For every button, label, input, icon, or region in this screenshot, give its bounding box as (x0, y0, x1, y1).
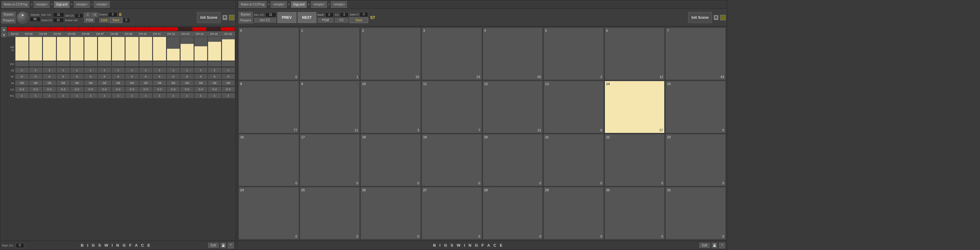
data-cell[interactable]: 1 (222, 93, 235, 99)
data-cell[interactable] (43, 61, 56, 67)
preset-cell[interactable]: 911 (300, 81, 360, 133)
right-floppy-icon[interactable]: 💾 (712, 243, 717, 248)
data-cell[interactable]: 1 (43, 67, 56, 73)
data-cell[interactable]: 0 (98, 74, 111, 79)
right-cc-input[interactable] (340, 13, 348, 17)
data-cell[interactable]: 1 (222, 67, 235, 73)
data-cell[interactable]: G8 (167, 80, 180, 86)
preset-cell[interactable]: 210 (544, 134, 604, 186)
data-cell[interactable]: C-2 (70, 86, 84, 92)
data-cell[interactable]: G8 (111, 80, 125, 86)
data-cell[interactable]: G8 (153, 80, 166, 86)
data-cell[interactable]: 1 (111, 67, 125, 73)
data-cell[interactable] (194, 61, 208, 67)
preset-cell[interactable]: 260 (361, 187, 421, 239)
ch-header[interactable]: CH 13 (178, 32, 192, 36)
ch-header[interactable]: CH 04 (50, 32, 64, 36)
ch-header[interactable]: CH 05 (64, 32, 78, 36)
save-num-input[interactable] (360, 12, 368, 17)
data-cell[interactable]: 1 (111, 93, 125, 99)
data-cell[interactable]: 0 (208, 74, 221, 79)
data-cell[interactable]: C-2 (98, 86, 111, 92)
left-asterisk-btn[interactable]: * (228, 242, 234, 248)
data-cell[interactable]: 0 (180, 74, 194, 79)
left-floppy-icon[interactable]: 💾 (221, 243, 226, 248)
data-cell[interactable]: 1 (98, 93, 111, 99)
preset-cell[interactable]: 11 (300, 27, 360, 80)
preset-cell[interactable]: 233 (361, 27, 421, 80)
data-cell[interactable]: C-2 (84, 86, 98, 92)
preset-cell[interactable]: 612 (605, 27, 665, 80)
data-cell[interactable]: 0 (29, 74, 43, 79)
data-cell[interactable]: 1 (15, 93, 29, 99)
ch-header[interactable]: CH 01 (8, 32, 21, 36)
preset-cell[interactable]: 300 (605, 187, 665, 239)
data-cell[interactable]: 1 (43, 93, 56, 99)
right-nav-item-4[interactable]: <empty> (311, 1, 327, 8)
data-cell[interactable]: C-2 (139, 86, 153, 92)
right-bypass-button[interactable]: Bypass (239, 12, 253, 17)
ch-header[interactable]: CH 09 (122, 32, 135, 36)
data-cell[interactable]: G8 (84, 80, 98, 86)
preset-cell[interactable]: 52 (544, 27, 604, 80)
preset-cell[interactable]: 103 (361, 81, 421, 133)
ch-header[interactable]: CH 12 (164, 32, 178, 36)
data-cell[interactable]: 1 (15, 67, 29, 73)
data-cell[interactable]: G8 (208, 80, 221, 86)
preset-button[interactable]: Preset ▾ (2, 18, 16, 23)
data-cell[interactable]: 1 (125, 93, 139, 99)
data-cell[interactable]: 1 (153, 93, 166, 99)
preset-cell[interactable]: 280 (483, 187, 543, 239)
data-cell[interactable] (139, 61, 153, 67)
data-cell[interactable]: 1 (84, 93, 98, 99)
data-cell[interactable]: 0 (70, 74, 84, 79)
preset-cell[interactable]: 270 (422, 187, 482, 239)
right-nav-item-2[interactable]: <empty> (271, 1, 287, 8)
preset-cell[interactable]: 310 (665, 187, 725, 239)
preset-cell[interactable]: 323 (422, 27, 482, 80)
ch-header[interactable]: CH 10 (136, 32, 150, 36)
right-nav-item-3[interactable]: GigLand (291, 1, 307, 8)
next-btn[interactable]: NEXT (298, 12, 317, 23)
data-cell[interactable]: 0 (84, 74, 98, 79)
preset-cell[interactable]: 743 (665, 27, 725, 80)
data-cell[interactable]: 0 (43, 74, 56, 79)
data-cell[interactable] (29, 61, 43, 67)
data-cell[interactable]: 1 (208, 93, 221, 99)
data-cell[interactable] (84, 61, 98, 67)
right-incr-cc-btn[interactable]: Incr CC (254, 18, 276, 23)
preset-cell[interactable]: 465 (483, 27, 543, 80)
data-cell[interactable]: G8 (43, 80, 56, 86)
data-cell[interactable]: G8 (222, 80, 235, 86)
data-cell[interactable]: C-2 (167, 86, 180, 92)
data-cell[interactable]: G8 (70, 80, 84, 86)
save-val-input[interactable] (123, 18, 130, 23)
data-cell[interactable]: C-2 (125, 86, 139, 92)
data-cell[interactable] (57, 61, 70, 67)
ch-header[interactable]: CH 07 (93, 32, 107, 36)
scroll-down-btn[interactable]: ▼ (1, 32, 6, 37)
preset-cell[interactable]: 1457 (605, 81, 665, 133)
preset-cell[interactable]: 1221 (483, 81, 543, 133)
data-cell[interactable]: 0 (57, 74, 70, 79)
data-cell[interactable]: G8 (57, 80, 70, 86)
preset-cell[interactable]: 250 (300, 187, 360, 239)
data-cell[interactable]: 0 (194, 74, 208, 79)
data-cell[interactable]: 1 (125, 67, 139, 73)
preset-cell[interactable]: 240 (239, 187, 299, 239)
right-asterisk-btn[interactable]: * (719, 242, 725, 248)
ch-header[interactable]: CH 08 (107, 32, 121, 36)
preset-cell[interactable]: 877 (239, 81, 299, 133)
left-nav-item-4[interactable]: <empty> (74, 1, 90, 8)
data-cell[interactable]: G8 (125, 80, 139, 86)
ch-header[interactable]: CH 15 (207, 32, 221, 36)
data-cell[interactable]: 1 (70, 67, 84, 73)
pgm-btn[interactable]: PGM (84, 18, 95, 23)
ch-header[interactable]: CH 14 (192, 32, 207, 36)
data-cell[interactable] (98, 61, 111, 67)
left-nav-item-5[interactable]: <empty> (94, 1, 110, 8)
data-cell[interactable]: 1 (57, 93, 70, 99)
data-cell[interactable]: 0 (125, 74, 139, 79)
plus-btn[interactable]: +1 (91, 13, 98, 17)
data-cell[interactable]: 0 (15, 74, 29, 79)
